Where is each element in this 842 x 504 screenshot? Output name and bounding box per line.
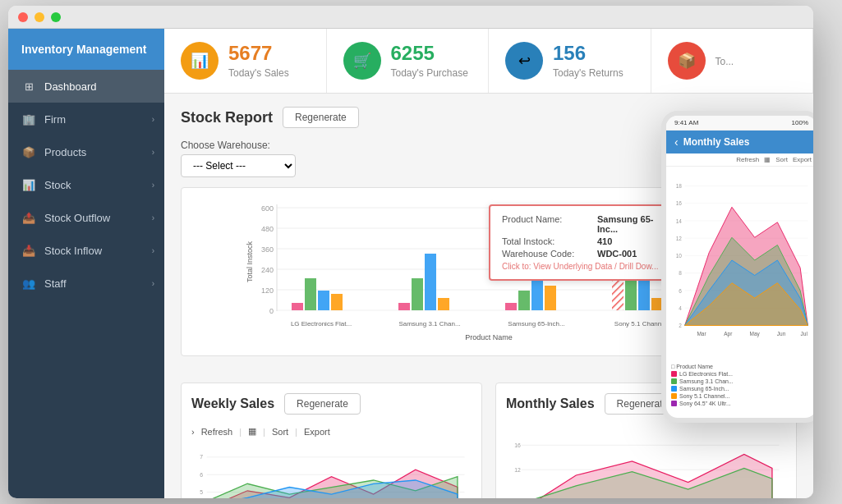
svg-text:Samsung 65-Inch...: Samsung 65-Inch...: [508, 320, 564, 328]
svg-text:Mar: Mar: [697, 331, 706, 337]
svg-rect-21: [438, 298, 449, 310]
svg-text:12: 12: [514, 467, 521, 473]
phone-bar-icon: ▦: [764, 156, 771, 163]
titlebar: [8, 6, 813, 29]
dashboard-icon: ⊞: [21, 79, 36, 94]
purchase-label: Today's Purchase: [391, 67, 468, 79]
phone-legend: □ Product Name LG Electronics Flat... Sa…: [666, 364, 813, 406]
products-icon: 📦: [21, 144, 36, 159]
firm-icon: 🏢: [21, 112, 36, 126]
svg-text:4: 4: [679, 305, 682, 311]
svg-text:5: 5: [200, 489, 203, 495]
phone-legend-label-2: Samsung 65-Inch...: [679, 386, 729, 392]
phone-legend-dot-2: [671, 386, 677, 392]
phone-export-button[interactable]: Export: [793, 156, 812, 163]
stat-card-extra: 📦 To...: [651, 29, 814, 93]
stock-regenerate-button[interactable]: Regenerate: [283, 107, 359, 128]
close-dot[interactable]: [18, 12, 28, 22]
svg-text:16: 16: [676, 200, 683, 206]
svg-text:LG Electronics Flat...: LG Electronics Flat...: [291, 320, 352, 328]
chevron-right-icon: ›: [152, 115, 154, 124]
back-arrow-icon[interactable]: ‹: [674, 135, 679, 149]
phone-toolbar: Refresh ▦ Sort Export: [666, 153, 813, 167]
sidebar-item-label: Firm: [44, 113, 66, 126]
sidebar-item-stock-outflow[interactable]: 📤 Stock Outflow ›: [8, 201, 164, 234]
sales-number: 5677: [228, 42, 310, 65]
svg-text:18: 18: [676, 183, 683, 189]
phone-nav-title: Monthly Sales: [683, 136, 750, 148]
svg-text:480: 480: [261, 225, 274, 233]
minimize-dot[interactable]: [35, 12, 44, 22]
sidebar-item-dashboard[interactable]: ⊞ Dashboard: [8, 70, 164, 103]
sidebar-item-products[interactable]: 📦 Products ›: [8, 135, 164, 168]
sidebar-item-firm[interactable]: 🏢 Firm ›: [8, 103, 164, 135]
tooltip-instock-value: 410: [597, 236, 612, 246]
returns-number: 156: [553, 42, 634, 65]
tooltip-warehouse-value: WDC-001: [597, 249, 637, 259]
app-window: Inventory Management ⊞ Dashboard 🏢 Firm …: [8, 6, 813, 498]
svg-text:2: 2: [679, 323, 682, 328]
svg-text:6: 6: [679, 288, 682, 294]
phone-legend-item-3: Sony 5.1 Channel...: [671, 393, 812, 399]
svg-text:10: 10: [676, 253, 683, 259]
tooltip-product-row: Product Name: Samsung 65-Inc...: [502, 214, 673, 234]
svg-rect-25: [545, 286, 556, 310]
svg-text:240: 240: [261, 266, 274, 274]
sidebar-item-staff[interactable]: 👥 Staff ›: [8, 267, 164, 300]
svg-rect-18: [398, 303, 410, 310]
monthly-chart: 16 12: [506, 426, 786, 498]
export-button[interactable]: Export: [304, 427, 330, 437]
svg-text:0: 0: [269, 307, 274, 315]
chevron-right-icon: ›: [152, 181, 154, 190]
weekly-chart-toolbar: › Refresh | ▦ | Sort | Export: [191, 426, 472, 437]
svg-rect-17: [331, 294, 343, 310]
phone-sort-button[interactable]: Sort: [775, 156, 788, 163]
sales-icon: 📊: [181, 42, 219, 80]
svg-rect-20: [425, 254, 436, 310]
svg-text:120: 120: [261, 286, 274, 295]
weekly-regenerate-button[interactable]: Regenerate: [284, 393, 361, 415]
svg-text:Jun: Jun: [777, 331, 786, 337]
svg-text:Product Name: Product Name: [465, 333, 513, 341]
phone-legend-item-1: Samsung 3.1 Chan...: [671, 378, 812, 384]
sidebar-item-stock-inflow[interactable]: 📥 Stock Inflow ›: [8, 234, 164, 267]
weekly-chart: 7 6 5: [191, 443, 472, 498]
tooltip-click-text[interactable]: Click to: View Underlying Data / Drill D…: [502, 262, 673, 271]
phone-legend-dot-0: [671, 371, 677, 377]
app-body: Inventory Management ⊞ Dashboard 🏢 Firm …: [8, 29, 813, 498]
weekly-sales-card: Weekly Sales Regenerate › Refresh | ▦ | …: [181, 383, 482, 498]
maximize-dot[interactable]: [51, 12, 61, 22]
sales-label: Today's Sales: [228, 67, 289, 79]
phone-monthly-chart: 18 16 14 12 10 8 6 4 2: [671, 170, 812, 351]
stat-card-purchase: 🛒 6255 Today's Purchase: [327, 29, 490, 93]
sidebar-item-label: Stock Outflow: [44, 212, 110, 224]
tooltip-product-label: Product Name:: [502, 214, 592, 234]
purchase-info: 6255 Today's Purchase: [391, 42, 472, 80]
monthly-sales-title: Monthly Sales: [506, 396, 595, 411]
refresh-button[interactable]: Refresh: [201, 427, 233, 437]
chevron-right-icon: ›: [152, 213, 154, 222]
sidebar-item-stock[interactable]: 📊 Stock ›: [8, 168, 164, 201]
warehouse-dropdown[interactable]: --- Select ---: [181, 154, 296, 177]
phone-status-bar: 9:41 AM 100%: [666, 116, 813, 131]
sort-button[interactable]: Sort: [272, 427, 288, 437]
sidebar-item-label: Products: [44, 146, 86, 158]
refresh-chevron-icon: ›: [191, 427, 195, 437]
svg-rect-15: [305, 278, 316, 310]
returns-label: Today's Returns: [553, 67, 623, 79]
weekly-sales-title: Weekly Sales: [191, 396, 274, 411]
chevron-right-icon: ›: [152, 148, 154, 157]
phone-legend-label-0: LG Electronics Flat...: [679, 371, 733, 377]
phone-legend-item-4: Sony 64.5" 4K Ultr...: [671, 401, 812, 406]
extra-info: To...: [715, 53, 797, 68]
phone-legend-dot-4: [671, 401, 677, 406]
phone-legend-dot-3: [671, 393, 677, 399]
tooltip-instock-row: Total Instock: 410: [502, 236, 673, 246]
chevron-right-icon: ›: [152, 246, 154, 255]
svg-text:6: 6: [200, 472, 203, 478]
svg-text:12: 12: [676, 236, 683, 241]
phone-chart-area: 18 16 14 12 10 8 6 4 2: [666, 167, 813, 364]
main-content: 📊 5677 Today's Sales 🛒 6255 Today's Purc…: [164, 29, 813, 498]
phone-refresh-button[interactable]: Refresh: [736, 156, 759, 163]
svg-text:8: 8: [679, 270, 682, 276]
